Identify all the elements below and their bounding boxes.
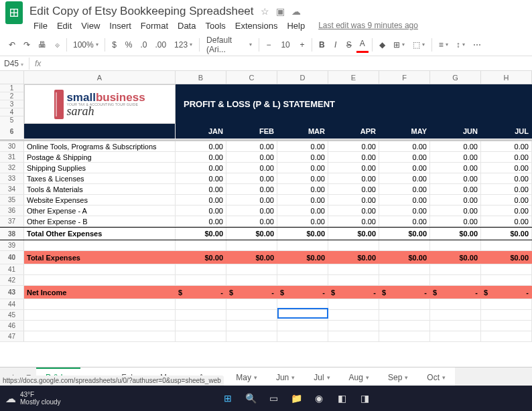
cell[interactable]: 0.00 — [328, 173, 379, 183]
cell[interactable]: $0.00 — [277, 251, 328, 264]
sheet-tab[interactable]: May▾ — [226, 367, 267, 386]
cell[interactable] — [226, 331, 277, 341]
menu-insert[interactable]: Insert — [105, 19, 135, 32]
cell[interactable] — [176, 275, 226, 285]
cell[interactable] — [430, 264, 481, 274]
cell[interactable]: 0.00 — [430, 206, 481, 216]
increase-font-icon[interactable]: + — [296, 37, 308, 52]
toolbar-more-icon[interactable]: ⋯ — [470, 37, 484, 52]
cell[interactable]: $0.00 — [277, 228, 328, 240]
cell[interactable] — [481, 275, 532, 285]
spreadsheet-grid[interactable]: A B C D E F G H 1 2 3 4 5 smallbusiness … — [0, 71, 532, 342]
font-select[interactable]: Default (Ari... — [203, 33, 255, 57]
halign-icon[interactable]: ≡ — [436, 37, 452, 52]
cell[interactable]: 0.00 — [277, 173, 328, 183]
cell[interactable]: Shipping Supplies — [24, 163, 176, 173]
cell[interactable]: 0.00 — [176, 195, 226, 205]
cell[interactable] — [24, 299, 176, 309]
cell[interactable]: 0.00 — [481, 141, 532, 151]
cell[interactable] — [379, 240, 430, 250]
cell[interactable] — [226, 275, 277, 285]
cell[interactable]: 0.00 — [226, 163, 277, 173]
row-header[interactable]: 37 — [0, 216, 24, 226]
cell[interactable]: $0.00 — [481, 251, 532, 264]
cell[interactable]: 0.00 — [481, 184, 532, 194]
cell[interactable]: 0.00 — [481, 206, 532, 216]
cell[interactable] — [226, 240, 277, 250]
font-size[interactable]: 10 — [276, 37, 295, 52]
col-header[interactable]: A — [24, 71, 176, 84]
cell[interactable]: Postage & Shipping — [24, 152, 176, 162]
cell[interactable]: 0.00 — [379, 206, 430, 216]
cell[interactable]: 0.00 — [176, 141, 226, 151]
cell[interactable]: $0.00 — [430, 228, 481, 240]
print-icon[interactable]: 🖶 — [35, 37, 50, 52]
cell[interactable]: $0.00 — [226, 228, 277, 240]
cell[interactable]: 0.00 — [430, 173, 481, 183]
cell[interactable] — [226, 310, 277, 320]
row-header[interactable]: 35 — [0, 195, 24, 205]
cell[interactable] — [430, 321, 481, 331]
cell[interactable]: Taxes & Licenses — [24, 173, 176, 183]
cell[interactable]: JAN — [176, 124, 226, 139]
cell[interactable] — [24, 310, 176, 320]
cell[interactable]: 0.00 — [226, 216, 277, 226]
cell[interactable]: 0.00 — [277, 184, 328, 194]
cell[interactable]: $0.00 — [379, 228, 430, 240]
cell[interactable] — [430, 331, 481, 341]
cell[interactable]: Total Other Expenses — [24, 228, 176, 240]
cell[interactable] — [379, 331, 430, 341]
cell[interactable] — [226, 321, 277, 331]
app-icon[interactable]: ◧ — [332, 389, 351, 408]
cell[interactable]: $0.00 — [176, 251, 226, 264]
cell[interactable] — [328, 240, 379, 250]
cell[interactable] — [176, 264, 226, 274]
cell[interactable] — [176, 299, 226, 309]
cell[interactable]: $0.00 — [481, 228, 532, 240]
cell[interactable]: 0.00 — [328, 206, 379, 216]
windows-taskbar[interactable]: ☁ 43°F Mostly cloudy ⊞ 🔍 ▭ 📁 ◉ ◧ ◨ — [0, 386, 532, 411]
sheet-tab[interactable]: Jul▾ — [304, 367, 339, 386]
cell[interactable]: $0.00 — [430, 251, 481, 264]
cell[interactable] — [328, 299, 379, 309]
row-header[interactable]: 6 — [0, 124, 24, 139]
borders-icon[interactable]: ⊞ — [390, 37, 408, 52]
percent-icon[interactable]: % — [122, 37, 136, 52]
more-formats[interactable]: 123 — [171, 37, 196, 52]
cell[interactable]: Other Expense - B — [24, 216, 176, 226]
strike-icon[interactable]: S — [343, 37, 355, 52]
cell[interactable] — [379, 321, 430, 331]
cell[interactable]: $- — [226, 286, 277, 299]
cell[interactable]: 0.00 — [277, 216, 328, 226]
sheet-tab[interactable]: Oct▾ — [417, 367, 455, 386]
row-header[interactable]: 5 — [0, 116, 23, 124]
menu-help[interactable]: Help — [283, 19, 309, 32]
cell[interactable]: $- — [328, 286, 379, 299]
text-color-icon[interactable]: A — [356, 36, 369, 53]
cell[interactable]: JUN — [430, 124, 481, 139]
cell[interactable] — [328, 310, 379, 320]
cell[interactable]: 0.00 — [277, 141, 328, 151]
decrease-font-icon[interactable]: − — [263, 37, 275, 52]
row-header[interactable]: 42 — [0, 275, 24, 285]
cell[interactable] — [24, 321, 176, 331]
cell[interactable]: 0.00 — [379, 141, 430, 151]
cell[interactable] — [430, 240, 481, 250]
paint-format-icon[interactable]: ⟐ — [51, 37, 63, 52]
cell[interactable]: 0.00 — [328, 152, 379, 162]
cell[interactable]: 0.00 — [328, 163, 379, 173]
cell[interactable]: 0.00 — [481, 216, 532, 226]
col-header[interactable]: E — [328, 71, 379, 84]
cell[interactable]: $- — [430, 286, 481, 299]
row-header[interactable]: 45 — [0, 310, 24, 320]
menu-format[interactable]: Format — [137, 19, 172, 32]
cell[interactable]: $- — [481, 286, 532, 299]
cell[interactable]: FEB — [226, 124, 277, 139]
cell[interactable]: 0.00 — [379, 152, 430, 162]
row-header[interactable]: 43 — [0, 286, 24, 299]
cell[interactable]: 0.00 — [226, 206, 277, 216]
row-header[interactable]: 36 — [0, 206, 24, 216]
cell[interactable] — [328, 264, 379, 274]
cell[interactable] — [481, 310, 532, 320]
cell[interactable]: 0.00 — [481, 163, 532, 173]
